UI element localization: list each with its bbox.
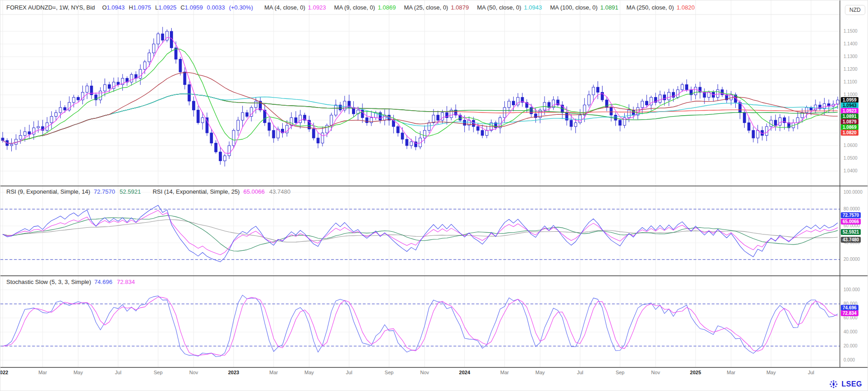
ma-legend-value: 1.0869 (378, 4, 396, 11)
price-axis-label: 1.1200 (844, 67, 858, 72)
date-axis-tick: Jul (808, 370, 814, 375)
date-axis-tick: Sep (385, 370, 394, 375)
stoch-value-badge: 74.696 (841, 305, 858, 311)
rsi-value-badge: 52.5921 (841, 229, 861, 235)
date-axis-tick: Mar (39, 370, 47, 375)
quote-field-label: H (129, 4, 133, 11)
ma-legend-value: 1.0879 (451, 4, 469, 11)
date-axis-tick: May (304, 370, 314, 375)
price-axis-label: 1.0400 (844, 168, 858, 173)
rsi-header-groups: RSI (9, Exponential, Simple, 14)72.75705… (6, 188, 302, 195)
stoch-axis-label: 0.000 (844, 357, 855, 362)
lseg-logo-text: LSEG (841, 380, 862, 388)
stoch-axis-label: 20.000 (844, 343, 858, 348)
quote-field-value: 1.0943 (107, 4, 125, 11)
date-axis-tick: Nov (651, 370, 660, 375)
date-axis-tick: Sep (154, 370, 163, 375)
stoch-indicator-label[interactable]: Stochastic Slow (5, 3, 3, Simple) (6, 279, 91, 285)
price-axis-label: 1.0600 (844, 143, 858, 148)
rsi-panel-header: RSI (9, Exponential, Simple, 14)72.75705… (6, 188, 302, 195)
lseg-logo: LSEG (829, 379, 862, 389)
price-axis-label: 1.1100 (844, 79, 857, 84)
stoch-panel-header: Stochastic Slow (5, 3, 3, Simple) 74.696… (6, 279, 140, 285)
price-axis-label: 1.1500 (844, 29, 858, 34)
quote-field-value: 0.0033 (207, 4, 225, 11)
quote-field-value: 1.0925 (159, 4, 177, 11)
stoch-values: 74.69672.834 (94, 279, 140, 285)
rsi-indicator-label[interactable]: RSI (9, Exponential, Simple, 14) (6, 188, 90, 195)
price-axis-label: 1.1400 (844, 41, 858, 46)
price-axis-label: 1.0500 (844, 156, 858, 161)
date-axis-tick: Jul (115, 370, 121, 375)
stoch-indicator-value: 72.834 (117, 279, 135, 285)
ma-legend-value: 1.0943 (524, 4, 542, 11)
date-axis-tick: Nov (189, 370, 198, 375)
rsi-indicator-value: 43.7480 (269, 188, 290, 195)
date-axis-tick: Jul (346, 370, 352, 375)
ma-legend-value: 1.0923 (308, 4, 326, 11)
ma-legend-label[interactable]: MA (9, close, 0) (334, 4, 375, 11)
symbol-title: FOREX AUDNZD=, 1W, NYS, Bid (6, 4, 95, 11)
ma-legend-value: 1.0891 (600, 4, 618, 11)
quote-strip: O1.0943H1.0975L1.0925C1.09590.0033(+0.30… (102, 4, 257, 11)
rsi-indicator-value: 65.0066 (243, 188, 265, 195)
ma-legend-label[interactable]: MA (250, close, 0) (627, 4, 674, 11)
stoch-axis-label: 100.000 (844, 287, 860, 292)
quote-field-value: 1.0959 (185, 4, 203, 11)
date-axis-tick: Jul (577, 370, 583, 375)
date-axis-tick: Mar (269, 370, 278, 375)
stoch-value-badge: 72.834 (841, 310, 858, 316)
rsi-value-badge: 72.7570 (841, 212, 861, 218)
quote-field-value: (+0.30%) (229, 4, 253, 11)
date-axis-tick: May (535, 370, 545, 375)
ma-legend-label[interactable]: MA (4, close, 0) (265, 4, 305, 11)
date-axis-tick: May (73, 370, 83, 375)
chart-window: FOREX AUDNZD=, 1W, NYS, Bid O1.0943H1.09… (0, 0, 868, 391)
lseg-logo-mark (829, 379, 839, 389)
quote-field-label: O (102, 4, 106, 11)
price-panel-header: FOREX AUDNZD=, 1W, NYS, Bid O1.0943H1.09… (6, 4, 703, 11)
quote-field-label: C (180, 4, 184, 11)
ma-legend-label[interactable]: MA (100, close, 0) (550, 4, 598, 11)
price-axis-label: 1.1000 (844, 92, 858, 97)
date-axis-tick: 2025 (690, 370, 701, 375)
date-axis-tick: Mar (500, 370, 509, 375)
rsi-value-badge: 43.7480 (841, 237, 861, 243)
date-axis-tick: 2023 (228, 370, 239, 375)
date-axis-tick: Sep (616, 370, 625, 375)
price-axis-label: 1.1300 (844, 54, 858, 59)
rsi-indicator-value: 52.5921 (120, 188, 141, 195)
rsi-axis-label: 80.0000 (844, 206, 860, 211)
date-axis-tick: Mar (727, 370, 735, 375)
ma-legend-value: 1.0820 (677, 4, 695, 11)
date-axis-tick: May (767, 370, 776, 375)
rsi-indicator-value: 72.7570 (94, 188, 115, 195)
price-value-badge: 1.0820 (841, 130, 858, 136)
rsi-indicator-label[interactable]: RSI (14, Exponential, Simple, 25) (153, 188, 240, 195)
quote-field-value: 1.0975 (133, 4, 151, 11)
ma-legend-label[interactable]: MA (50, close, 0) (477, 4, 521, 11)
ma-legend-label[interactable]: MA (25, close, 0) (404, 4, 448, 11)
date-axis-tick: 2022 (0, 370, 8, 375)
stoch-axis-label: 40.000 (844, 329, 858, 334)
chart-canvas[interactable] (0, 0, 868, 391)
date-axis-tick: 2024 (459, 370, 470, 375)
date-axis-tick: Nov (420, 370, 429, 375)
rsi-value-badge: 65.0066 (841, 219, 861, 225)
stoch-indicator-value: 74.696 (94, 279, 112, 285)
rsi-axis-label: 20.0000 (844, 257, 860, 262)
ma-legend: MA (4, close, 0)1.0923MA (9, close, 0)1.… (265, 4, 703, 11)
rsi-axis-label: 100.0000 (844, 190, 863, 195)
quote-field-label: L (155, 4, 158, 11)
currency-axis-badge[interactable]: NZD (845, 5, 865, 15)
